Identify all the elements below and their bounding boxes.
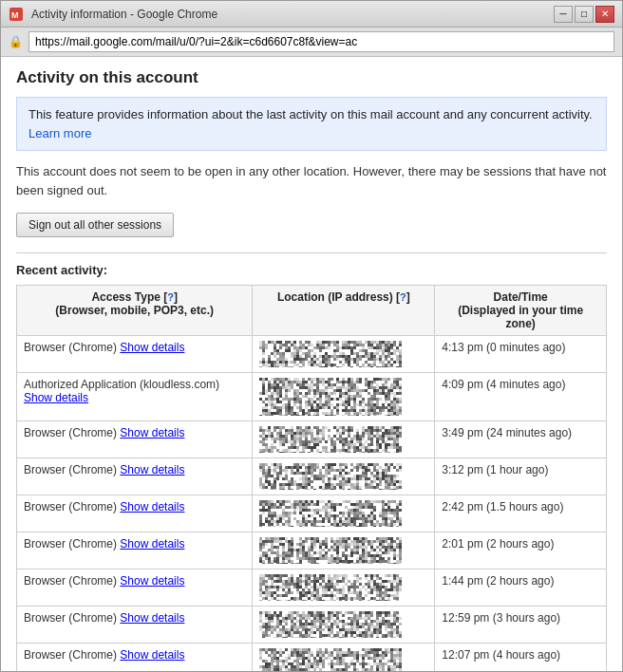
col-header-access-sub: (Browser, mobile, POP3, etc.) — [55, 304, 214, 317]
minimize-button[interactable]: ─ — [554, 6, 573, 23]
cell-datetime: 2:42 pm (1.5 hours ago) — [435, 495, 607, 532]
cell-datetime: 4:09 pm (4 minutes ago) — [435, 373, 607, 421]
cell-location — [253, 532, 435, 569]
access-text: Browser (Chrome) — [24, 648, 117, 662]
cell-datetime: 12:59 pm (3 hours ago) — [435, 607, 607, 644]
table-row: Browser (Chrome) Show details4:13 pm (0 … — [17, 336, 607, 373]
location-pixel-art — [259, 463, 427, 490]
cell-access: Browser (Chrome) Show details — [17, 421, 253, 458]
table-header-row: Access Type [?] (Browser, mobile, POP3, … — [17, 286, 607, 336]
cell-location — [253, 644, 435, 672]
show-details-link[interactable]: Show details — [120, 611, 184, 625]
section-divider — [16, 252, 607, 253]
page-title: Activity on this account — [16, 68, 607, 87]
col-header-location: Location (IP address) [?] — [253, 286, 435, 336]
location-pixel-art — [259, 611, 427, 638]
access-text: Browser (Chrome) — [24, 341, 117, 354]
cell-datetime: 3:49 pm (24 minutes ago) — [435, 421, 607, 458]
cell-location — [253, 458, 435, 495]
show-details-link[interactable]: Show details — [120, 341, 184, 354]
location-pixel-art — [259, 574, 427, 601]
cell-datetime: 2:01 pm (2 hours ago) — [435, 532, 607, 569]
location-help-icon[interactable]: ? — [400, 291, 406, 303]
address-input[interactable] — [28, 31, 614, 52]
window-title: Activity information - Google Chrome — [31, 8, 546, 21]
info-box: This feature provides information about … — [16, 97, 607, 151]
location-pixel-art — [259, 648, 427, 671]
table-row: Browser (Chrome) Show details3:49 pm (24… — [17, 421, 607, 458]
activity-table: Access Type [?] (Browser, mobile, POP3, … — [16, 285, 607, 671]
cell-datetime: 3:12 pm (1 hour ago) — [435, 458, 607, 495]
cell-datetime: 4:13 pm (0 minutes ago) — [435, 336, 607, 373]
location-pixel-art — [259, 378, 427, 416]
show-details-link[interactable]: Show details — [120, 500, 184, 513]
location-pixel-art — [259, 426, 427, 453]
cell-access: Browser (Chrome) Show details — [17, 458, 253, 495]
sign-out-button[interactable]: Sign out all other sessions — [16, 213, 174, 237]
cell-location — [253, 336, 435, 373]
access-text: Browser (Chrome) — [24, 500, 117, 513]
table-row: Browser (Chrome) Show details2:42 pm (1.… — [17, 495, 607, 532]
location-pixel-art — [259, 500, 427, 527]
warning-text: This account does not seem to be open in… — [16, 162, 607, 199]
recent-activity-title: Recent activity: — [16, 263, 607, 277]
chrome-window: M Activity information - Google Chrome ─… — [0, 0, 623, 672]
show-details-link[interactable]: Show details — [120, 537, 184, 551]
cell-location — [253, 607, 435, 644]
cell-access: Browser (Chrome) Show details — [17, 495, 253, 532]
close-button[interactable]: ✕ — [595, 6, 614, 23]
table-row: Browser (Chrome) Show details3:12 pm (1 … — [17, 458, 607, 495]
access-text: Browser (Chrome) — [24, 574, 117, 588]
maximize-button[interactable]: □ — [575, 6, 594, 23]
title-bar: M Activity information - Google Chrome ─… — [1, 1, 622, 28]
table-row: Browser (Chrome) Show details12:07 pm (4… — [17, 644, 607, 672]
access-text: Browser (Chrome) — [24, 611, 117, 625]
cell-access: Browser (Chrome) Show details — [17, 607, 253, 644]
show-details-link[interactable]: Show details — [120, 463, 184, 476]
lock-icon: 🔒 — [9, 35, 23, 48]
window-controls: ─ □ ✕ — [554, 6, 614, 23]
show-details-link[interactable]: Show details — [120, 574, 184, 588]
show-details-link[interactable]: Show details — [120, 426, 184, 439]
col-header-datetime-sub: (Displayed in your time zone) — [458, 304, 583, 330]
show-details-link[interactable]: Show details — [24, 391, 88, 404]
info-text: This feature provides information about … — [28, 107, 593, 121]
table-row: Browser (Chrome) Show details12:59 pm (3… — [17, 607, 607, 644]
address-bar-row: 🔒 — [1, 28, 622, 57]
learn-more-link[interactable]: Learn more — [28, 126, 91, 140]
access-text: Browser (Chrome) — [24, 463, 117, 476]
page-inner: Activity on this account This feature pr… — [1, 57, 622, 671]
access-text: Browser (Chrome) — [24, 426, 117, 439]
cell-datetime: 12:07 pm (4 hours ago) — [435, 644, 607, 672]
location-pixel-art — [259, 341, 427, 367]
cell-location — [253, 421, 435, 458]
cell-access: Browser (Chrome) Show details — [17, 532, 253, 569]
cell-location — [253, 569, 435, 607]
col-header-access-label: Access Type [?] — [91, 290, 178, 304]
cell-access: Authorized Application (kloudless.com) S… — [17, 373, 253, 421]
location-pixel-art — [259, 537, 427, 564]
cell-access: Browser (Chrome) Show details — [17, 644, 253, 672]
cell-location — [253, 495, 435, 532]
col-header-location-label: Location (IP address) [?] — [277, 290, 410, 304]
col-header-datetime-label: Date/Time — [494, 290, 548, 304]
col-header-access: Access Type [?] (Browser, mobile, POP3, … — [17, 286, 253, 336]
access-text: Browser (Chrome) — [24, 537, 117, 551]
table-row: Browser (Chrome) Show details1:44 pm (2 … — [17, 569, 607, 607]
access-help-icon[interactable]: ? — [167, 291, 174, 303]
show-details-link[interactable]: Show details — [120, 648, 184, 662]
page-content: Activity on this account This feature pr… — [1, 57, 622, 671]
app-icon: M — [9, 7, 24, 22]
cell-access: Browser (Chrome) Show details — [17, 336, 253, 373]
cell-datetime: 1:44 pm (2 hours ago) — [435, 569, 607, 607]
cell-location — [253, 373, 435, 421]
table-row: Authorized Application (kloudless.com) S… — [17, 373, 607, 421]
table-row: Browser (Chrome) Show details2:01 pm (2 … — [17, 532, 607, 569]
svg-text:M: M — [11, 10, 19, 20]
cell-access: Browser (Chrome) Show details — [17, 569, 253, 607]
access-text: Authorized Application (kloudless.com) — [24, 378, 219, 391]
col-header-datetime: Date/Time (Displayed in your time zone) — [435, 286, 607, 336]
